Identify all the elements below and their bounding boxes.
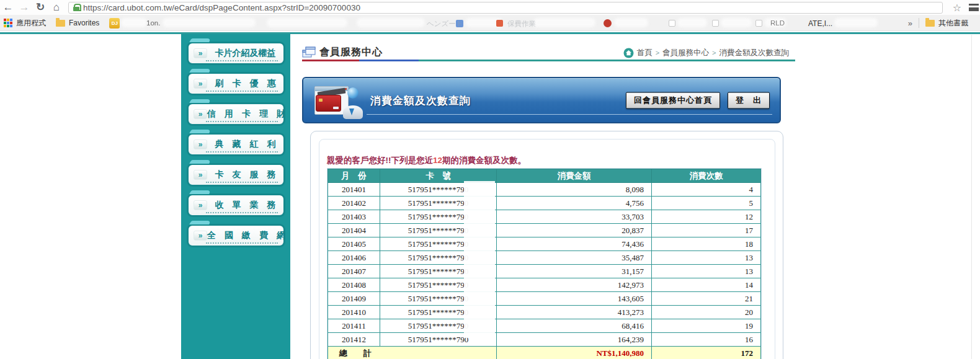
- arrow-icon: »: [194, 48, 207, 58]
- censored-bookmark: [121, 18, 147, 27]
- amount-cell: 8,098: [497, 183, 652, 197]
- folder-icon: [56, 20, 65, 27]
- month-cell: 201408: [328, 278, 380, 292]
- page-right-border: [971, 35, 972, 359]
- month-cell: 201411: [328, 319, 380, 333]
- censored-bookmark: [163, 18, 256, 27]
- home-breadcrumb-icon[interactable]: [623, 48, 634, 58]
- star-icon[interactable]: ☆: [949, 2, 965, 14]
- count-cell: 19: [652, 319, 761, 333]
- dotted-underline: [206, 212, 278, 213]
- card-number-censor-patch: [464, 181, 495, 338]
- bookmark-fragment[interactable]: ATE,I...: [808, 19, 832, 28]
- logout-button[interactable]: 登 出: [728, 92, 770, 109]
- month-cell: 201404: [328, 224, 380, 237]
- sidebar-item[interactable]: » 信 用 卡 理 財: [187, 102, 285, 126]
- page-top-rule: [0, 32, 980, 34]
- total-amount: NT$1,140,980: [497, 347, 652, 359]
- total-count: 172: [652, 347, 761, 359]
- dotted-underline: [206, 91, 278, 92]
- url-text: https://card.ubot.com.tw/eCard/dspPageCo…: [83, 3, 360, 12]
- reload-icon[interactable]: ↻: [32, 0, 48, 15]
- browser-toolbar: ← → ↻ ⌂ https://card.ubot.com.tw/eCard/d…: [0, 0, 980, 15]
- table-row: 201405517951******79074,43618: [328, 237, 761, 251]
- home-icon[interactable]: ⌂: [48, 0, 65, 15]
- sidebar-item-label: 卡 友 服 務: [207, 169, 283, 180]
- count-cell: 5: [652, 197, 761, 210]
- table-row: 201410517951******790413,27320: [328, 306, 761, 319]
- amount-cell: 68,416: [497, 319, 652, 333]
- count-cell: 13: [652, 251, 761, 265]
- total-row: 總 計 NT$1,140,980 172: [328, 347, 761, 359]
- bookmark-apps-label[interactable]: 應用程式: [16, 18, 46, 29]
- bookmark-favorites[interactable]: Favorites: [69, 19, 99, 27]
- censored-bookmark: [267, 18, 347, 27]
- month-cell: 201407: [328, 265, 380, 278]
- amount-cell: 74,436: [497, 237, 652, 251]
- bookmark-fragment[interactable]: RLD: [770, 19, 785, 27]
- amount-cell: 20,837: [497, 224, 652, 237]
- banner-title: 消費金額及次數查詢: [370, 93, 471, 107]
- bookmark-favicon[interactable]: [669, 20, 675, 27]
- count-cell: 21: [652, 292, 761, 306]
- back-icon[interactable]: ←: [0, 0, 16, 15]
- bookmark-favicon[interactable]: [604, 19, 612, 27]
- count-header: 消費次數: [652, 169, 761, 183]
- amount-cell: 413,273: [497, 306, 652, 319]
- spending-table-body: 201401517951******7908,0984201402517951*…: [328, 183, 761, 347]
- amount-cell: 4,756: [497, 197, 652, 210]
- dotted-underline: [206, 182, 278, 183]
- query-banner: 消費金額及次數查詢 回會員服務中心首頁 登 出: [302, 77, 781, 123]
- bookmark-favicon[interactable]: [496, 20, 503, 27]
- table-header-row: 月 份 卡 號 消費金額 消費次數: [328, 169, 761, 183]
- breadcrumb-item[interactable]: 會員服務中心: [662, 48, 709, 58]
- table-row: 201409517951******790143,60521: [328, 292, 761, 306]
- address-bar[interactable]: https://card.ubot.com.tw/eCard/dspPageCo…: [68, 2, 943, 14]
- member-center-icon: [302, 47, 316, 58]
- bookmark-favicon[interactable]: [755, 20, 762, 27]
- sidebar-item[interactable]: » 典 藏 紅 利: [187, 133, 285, 156]
- menu-icon[interactable]: [969, 4, 979, 11]
- back-to-member-center-button[interactable]: 回會員服務中心首頁: [626, 92, 720, 109]
- apps-grid-icon[interactable]: [4, 19, 12, 27]
- month-header: 月 份: [328, 169, 380, 183]
- bookmark-fragment[interactable]: ヘンズート: [427, 19, 463, 29]
- dj-bookmark-icon[interactable]: DJ: [109, 18, 120, 29]
- other-bookmarks-button[interactable]: 其他書籤: [925, 18, 980, 29]
- breadcrumb-item[interactable]: 首頁: [637, 48, 653, 58]
- month-cell: 201406: [328, 251, 380, 265]
- table-row: 201401517951******7908,0984: [328, 183, 761, 197]
- sidebar-item-label: 收 單 業 務: [207, 200, 283, 211]
- sidebar-item[interactable]: » 收 單 業 務: [187, 193, 285, 217]
- count-cell: 20: [652, 306, 761, 319]
- sidebar-item[interactable]: » 刷 卡 優 惠: [187, 72, 285, 95]
- table-row: 201406517951******79035,48713: [328, 251, 761, 265]
- bookmark-favicon[interactable]: [712, 20, 719, 27]
- bookmarks-overflow-chevron[interactable]: »: [902, 19, 919, 28]
- dotted-underline: [206, 60, 278, 61]
- count-cell: 17: [652, 224, 761, 237]
- month-cell: 201409: [328, 292, 380, 306]
- sidebar-item-label: 典 藏 紅 利: [207, 139, 283, 150]
- count-cell: 16: [652, 333, 761, 347]
- censored-bookmark: [721, 18, 752, 27]
- table-row: 201403517951******79033,70312: [328, 210, 761, 224]
- count-cell: 4: [652, 183, 761, 197]
- title-underline: [302, 60, 795, 61]
- section-header: 會員服務中心: [302, 45, 383, 60]
- count-cell: 18: [652, 237, 761, 251]
- arrow-icon: »: [194, 109, 207, 119]
- bookmark-fragment[interactable]: 保費作業: [507, 19, 536, 29]
- amount-cell: 143,605: [497, 292, 652, 306]
- arrow-icon: »: [194, 79, 207, 89]
- forward-icon[interactable]: →: [16, 0, 32, 15]
- bookmark-fragment[interactable]: 1on.: [146, 19, 160, 27]
- sidebar-item[interactable]: » 卡片介紹及權益: [187, 42, 285, 65]
- amount-cell: 35,487: [497, 251, 652, 265]
- arrow-icon: »: [194, 170, 207, 180]
- sidebar-item[interactable]: » 卡 友 服 務: [187, 163, 285, 187]
- folder-icon: [925, 20, 935, 27]
- sidebar-item[interactable]: » 全 國 繳 費 網: [187, 224, 285, 247]
- dotted-underline: [206, 151, 278, 153]
- arrow-icon: »: [194, 231, 207, 241]
